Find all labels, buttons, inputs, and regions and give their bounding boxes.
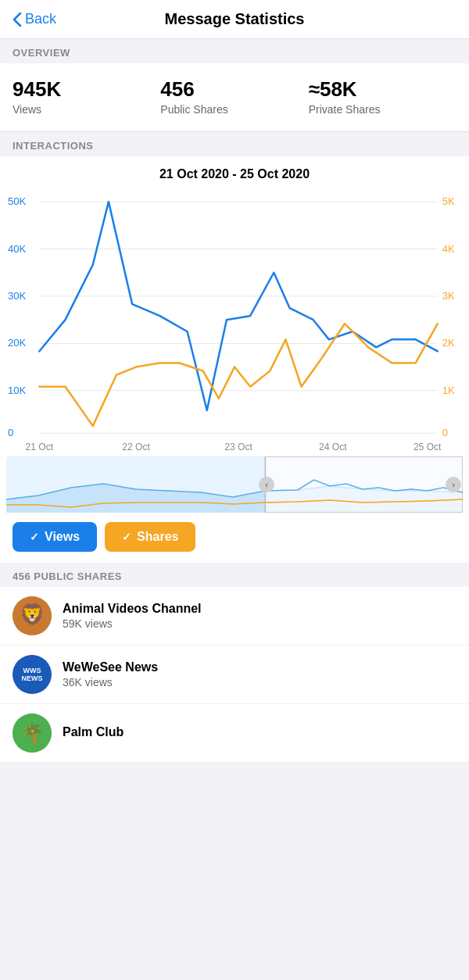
views-check-icon: ✓ [30, 531, 39, 543]
svg-text:4K: 4K [442, 243, 455, 255]
private-shares-stat: ≈58K Private Shares [309, 77, 456, 116]
svg-text:24 Oct: 24 Oct [319, 442, 347, 452]
overview-section-header: OVERVIEW [0, 39, 469, 63]
header: Back Message Statistics [0, 0, 469, 39]
channel-name: WeWeSee News [63, 660, 158, 674]
views-value: 945K [13, 77, 160, 102]
public-shares-stat: 456 Public Shares [160, 77, 308, 116]
overview-card: 945K Views 456 Public Shares ≈58K Privat… [0, 63, 469, 132]
chart-navigator[interactable]: ‹ › [6, 456, 463, 513]
back-label: Back [25, 11, 56, 27]
navigator-left-arrow[interactable]: ‹ [259, 477, 274, 492]
svg-text:5K: 5K [442, 195, 455, 207]
svg-text:1K: 1K [442, 384, 455, 396]
channel-name: Palm Club [63, 725, 124, 739]
svg-text:22 Oct: 22 Oct [122, 442, 150, 452]
public-shares-section-header: 456 PUBLIC SHARES [0, 563, 469, 587]
svg-text:10K: 10K [8, 384, 27, 396]
views-stat: 945K Views [13, 77, 160, 116]
svg-text:40K: 40K [8, 243, 27, 255]
channel-views: 59K views [63, 617, 202, 630]
interactions-section-header: INTERACTIONS [0, 132, 469, 156]
svg-text:🦁: 🦁 [20, 602, 45, 627]
toggle-row: ✓ Views ✓ Shares [0, 513, 469, 563]
svg-text:0: 0 [8, 427, 13, 438]
shares-toggle-button[interactable]: ✓ Shares [105, 522, 195, 552]
private-shares-value: ≈58K [309, 77, 456, 102]
main-chart-area: 50K 40K 30K 20K 10K 0 5K 4K 3K 2K 1K 0 [0, 186, 469, 453]
svg-text:20K: 20K [8, 337, 27, 349]
channel-info: Animal Videos Channel 59K views [63, 602, 202, 630]
navigator-right-arrow[interactable]: › [446, 477, 461, 492]
views-label: Views [13, 103, 160, 116]
svg-text:0: 0 [442, 427, 448, 438]
svg-text:🌴: 🌴 [20, 721, 44, 744]
avatar-image: 🌴 [13, 714, 52, 753]
svg-text:2K: 2K [442, 337, 455, 349]
chart-date-range: 21 Oct 2020 - 25 Oct 2020 [0, 156, 469, 186]
views-toggle-button[interactable]: ✓ Views [13, 522, 97, 552]
list-item[interactable]: WWSNEWS WeWeSee News 36K views [0, 646, 469, 704]
shares-list: 🦁 Animal Videos Channel 59K views WWSNEW… [0, 587, 469, 763]
avatar: WWSNEWS [13, 655, 52, 694]
svg-text:23 Oct: 23 Oct [224, 442, 252, 452]
views-toggle-label: Views [45, 530, 80, 544]
public-shares-value: 456 [160, 77, 308, 102]
svg-text:30K: 30K [8, 290, 27, 302]
svg-text:50K: 50K [8, 195, 27, 207]
channel-views: 36K views [63, 676, 158, 689]
private-shares-label: Private Shares [309, 103, 456, 116]
page-title: Message Statistics [165, 10, 305, 28]
channel-info: WeWeSee News 36K views [63, 660, 158, 689]
list-item[interactable]: 🌴 Palm Club [0, 704, 469, 763]
list-item[interactable]: 🦁 Animal Videos Channel 59K views [0, 587, 469, 646]
avatar-text: WWSNEWS [22, 667, 43, 684]
avatar-image: 🦁 [13, 596, 52, 635]
avatar: 🦁 [13, 596, 52, 635]
svg-text:3K: 3K [442, 290, 455, 302]
back-button[interactable]: Back [13, 11, 56, 27]
public-shares-label: Public Shares [160, 103, 308, 116]
svg-rect-24 [265, 456, 463, 513]
channel-info: Palm Club [63, 725, 124, 741]
svg-text:25 Oct: 25 Oct [414, 442, 442, 452]
main-chart-svg: 50K 40K 30K 20K 10K 0 5K 4K 3K 2K 1K 0 [6, 186, 463, 453]
svg-text:21 Oct: 21 Oct [25, 442, 53, 452]
avatar: 🌴 [13, 714, 52, 753]
channel-name: Animal Videos Channel [63, 602, 202, 616]
shares-check-icon: ✓ [122, 531, 131, 543]
chevron-left-icon [13, 12, 22, 27]
shares-toggle-label: Shares [137, 530, 178, 544]
navigator-svg [6, 456, 463, 513]
interactions-card: 21 Oct 2020 - 25 Oct 2020 50K 40K 30K 20… [0, 156, 469, 563]
